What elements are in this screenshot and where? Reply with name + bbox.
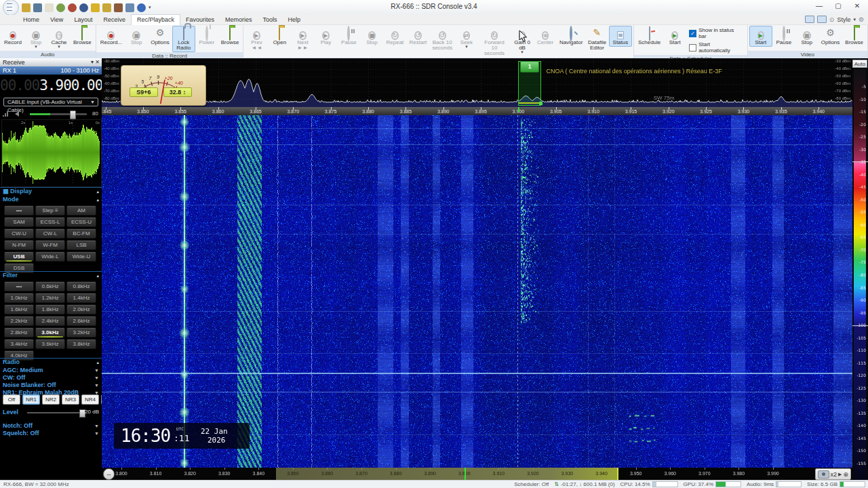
options-button[interactable]: ⚙Options	[818, 26, 843, 47]
mode-button-n-fm[interactable]: N-FM	[4, 240, 34, 250]
mode-button-cw-l[interactable]: CW-L	[35, 228, 65, 239]
frequency-display[interactable]: 00.003.900.000	[0, 75, 102, 96]
menu-item-help[interactable]: Help	[283, 15, 307, 25]
nav-pan-icon[interactable]: ↔	[103, 468, 115, 480]
filter-button-2-2khz[interactable]: 2.2kHz	[4, 316, 34, 326]
filter-button-1-4khz[interactable]: 1.4kHz	[66, 293, 96, 303]
browse-button[interactable]: Browse	[842, 26, 866, 47]
filter-section-header[interactable]: Filter	[3, 272, 18, 279]
menu-item-view[interactable]: View	[45, 15, 68, 25]
record--button[interactable]: ●Record...	[98, 26, 125, 47]
mode-button-am[interactable]: AM	[66, 205, 96, 216]
mode-button-wide-l[interactable]: Wide-L	[35, 251, 65, 262]
waterfall-palette-bar[interactable]: Auto	[852, 58, 868, 480]
settings-gear-icon[interactable]: ⚙	[859, 16, 864, 23]
volume-slider-thumb[interactable]	[70, 110, 76, 119]
filter-button--[interactable]: •••	[4, 281, 34, 291]
menu-item-receive[interactable]: Receive	[98, 15, 131, 25]
start-button[interactable]: ▶Start	[663, 26, 686, 47]
nr-button-nr1[interactable]: NR1	[22, 394, 40, 405]
filter-button-1-2khz[interactable]: 1.2kHz	[35, 293, 65, 303]
checkbox-start-automatically[interactable]: Start automatically	[689, 41, 743, 54]
mode-button-w-fm[interactable]: W-FM	[35, 240, 65, 250]
options-button[interactable]: ⚙Options	[148, 26, 172, 47]
filter-button-3-0khz[interactable]: 3.0kHz	[35, 327, 65, 338]
filter-button-2-4khz[interactable]: 2.4kHz	[35, 316, 65, 326]
nav-jump-icon[interactable]: ⊕	[843, 471, 848, 478]
checkbox-show-in-status-bar[interactable]: ✓Show in status bar	[689, 27, 743, 39]
record-button[interactable]: ●Record	[1, 26, 24, 47]
menu-item-layout[interactable]: Layout	[68, 15, 98, 25]
filter-collapse-icon[interactable]: ▴	[96, 272, 99, 279]
monitor-2-icon[interactable]	[817, 16, 827, 23]
filter-button-3-8khz[interactable]: 3.8kHz	[66, 339, 96, 349]
schedule-button[interactable]: Schedule	[635, 26, 663, 47]
nr-button-nr2[interactable]: NR2	[42, 394, 60, 405]
open-button[interactable]: Open	[268, 26, 291, 47]
menu-item-tools[interactable]: Tools	[258, 15, 283, 25]
mode-section-header[interactable]: Mode	[3, 196, 19, 203]
passband-handle[interactable]	[539, 102, 542, 105]
navigator-button[interactable]: Navigator	[557, 26, 585, 47]
circle-icon[interactable]: ⊙	[829, 16, 835, 23]
stop-button[interactable]: ■Stop	[125, 26, 148, 47]
style-dropdown-icon[interactable]: ▾	[853, 17, 856, 22]
radio-setting-squelch[interactable]: Squelch: Off▼	[3, 430, 99, 437]
close-button[interactable]: ✕	[848, 0, 867, 12]
back-10-button[interactable]: ↺Back 10 seconds	[429, 26, 455, 52]
lock-button[interactable]: Lock Radio	[172, 26, 195, 52]
stop-button[interactable]: ■Stop	[795, 26, 818, 47]
seek-button[interactable]: ⇄Seek▼	[455, 26, 478, 50]
restart-button[interactable]: ↺Restart	[406, 26, 429, 47]
nr-button-nr3[interactable]: NR3	[62, 394, 79, 405]
filter-button-1-8khz[interactable]: 1.8kHz	[35, 304, 65, 314]
palette-auto-button[interactable]: Auto	[852, 60, 867, 68]
stop-button[interactable]: ■Stop	[360, 26, 383, 47]
menu-item-rec-playback[interactable]: Rec/Playback	[131, 14, 180, 25]
speaker-icon[interactable]	[15, 111, 19, 117]
filter-button-2-8khz[interactable]: 2.8kHz	[4, 327, 34, 338]
filter-button-1-6khz[interactable]: 1.6kHz	[4, 304, 34, 314]
radio-collapse-icon[interactable]: ▴	[96, 359, 99, 366]
style-menu[interactable]: Style	[837, 16, 850, 23]
browse-button[interactable]: Browse	[218, 26, 242, 47]
mode-button-lsb[interactable]: LSB	[66, 240, 96, 250]
pause-button[interactable]: Pause	[337, 26, 360, 47]
next-button[interactable]: ▶Next ►►	[291, 26, 314, 52]
filter-button-0-8khz[interactable]: 0.8kHz	[66, 281, 96, 291]
level-slider[interactable]	[27, 412, 84, 413]
start-button[interactable]: ▶Start	[749, 26, 772, 47]
repeat-button[interactable]: ↻Repeat	[383, 26, 406, 47]
nr-button-off[interactable]: Off	[3, 394, 20, 405]
filter-button-1-0khz[interactable]: 1.0kHz	[4, 293, 34, 303]
nr-button-nr4[interactable]: NR4	[81, 394, 99, 405]
rx-marker-flag[interactable]: 1	[520, 61, 539, 73]
mode-button-wide-u[interactable]: Wide-U	[66, 251, 96, 262]
menu-item-home[interactable]: Home	[18, 15, 45, 25]
filter-button-3-6khz[interactable]: 3.6kHz	[35, 339, 65, 349]
display-section-header[interactable]: ▦ Display	[3, 188, 32, 195]
radio-setting-cw[interactable]: CW: Off▼	[3, 374, 99, 382]
prev-button[interactable]: ▶Prev ◄◄	[245, 26, 268, 52]
audio-output-select[interactable]: CABLE Input (VB-Audio Virtual Cable)▼	[3, 98, 98, 106]
radio-setting-notch[interactable]: Notch: Off▼	[3, 422, 99, 430]
center-button[interactable]: ⊕Center	[534, 26, 557, 47]
mode-collapse-icon[interactable]: ▴	[96, 196, 99, 203]
panel-close-icon[interactable]: ✕	[95, 59, 100, 65]
minimize-button[interactable]: —	[810, 0, 829, 12]
filter-button-2-0khz[interactable]: 2.0kHz	[66, 304, 96, 314]
nav-span-edge-marker[interactable]	[617, 468, 618, 480]
mode-button-bc-fm[interactable]: BC-FM	[66, 228, 96, 239]
mode-button-usb[interactable]: USB	[4, 251, 34, 262]
nav-zoom-level[interactable]: x2	[831, 471, 837, 478]
datafile-button[interactable]: ✎Datafile Editor	[585, 26, 609, 52]
filter-button-2-6khz[interactable]: 2.6kHz	[66, 316, 96, 326]
display-collapse-icon[interactable]: ▴	[96, 188, 99, 195]
mode-button-step-[interactable]: Step ≡	[35, 205, 65, 216]
radio-setting-agc[interactable]: AGC: Medium▼	[3, 367, 99, 374]
mode-button--[interactable]: •••	[4, 205, 34, 216]
volume-slider[interactable]	[30, 113, 87, 115]
filter-button-3-2khz[interactable]: 3.2kHz	[66, 327, 96, 338]
maximize-button[interactable]: ▢	[829, 0, 848, 12]
spectrum-display[interactable]: -30 dBm-40 dBm-50 dBm-60 dBm-70 dBm-80 d…	[102, 58, 852, 107]
